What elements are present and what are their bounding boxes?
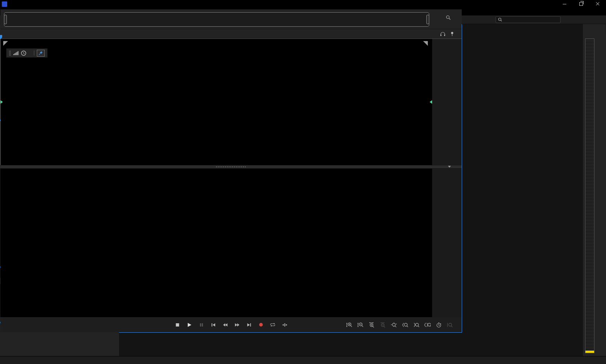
level-bars-icon <box>13 51 18 55</box>
zoom-in-vertical-icon <box>346 322 352 328</box>
pause-icon <box>199 323 203 327</box>
skip-selection-button[interactable] <box>281 321 288 328</box>
level-meter-scale <box>596 37 606 355</box>
editor-panel <box>0 0 462 333</box>
zoom-out-point-icon <box>413 322 420 328</box>
transport-bar <box>0 317 462 332</box>
zoom-navigator-icon[interactable] <box>446 15 451 20</box>
volume-hud[interactable] <box>6 48 48 58</box>
zoom-to-in-point-button[interactable] <box>402 321 408 328</box>
app-icon <box>2 1 7 7</box>
zoom-in-point-icon <box>402 322 408 328</box>
level-meter[interactable] <box>585 39 594 353</box>
levels-panel <box>583 24 606 356</box>
amplitude-ruler[interactable] <box>432 39 462 165</box>
search-help-box[interactable] <box>496 16 561 23</box>
zoom-selection-icon <box>424 322 431 328</box>
loop-icon <box>270 323 276 327</box>
zoom-to-selection-button[interactable] <box>424 321 431 328</box>
restore-icon <box>579 2 583 6</box>
zoom-in-time-button[interactable] <box>368 321 375 328</box>
move-to-previous-button[interactable] <box>210 321 216 328</box>
splitter-grip[interactable] <box>216 167 246 167</box>
status-bar <box>0 356 606 364</box>
pushpin-icon <box>39 51 43 55</box>
overview-navigator[interactable] <box>4 12 429 27</box>
overview-left-handle[interactable] <box>4 15 7 24</box>
splitter-caret-icon[interactable] <box>448 166 451 168</box>
zoom-out-vertical-icon <box>357 322 364 328</box>
spectrogram-canvas[interactable] <box>0 169 432 317</box>
pause-button[interactable] <box>198 321 205 328</box>
next-icon <box>247 323 251 327</box>
play-button[interactable] <box>186 321 193 328</box>
play-icon <box>187 323 192 327</box>
zoom-timer-button[interactable] <box>435 321 442 328</box>
rewind-button[interactable] <box>222 321 228 328</box>
zoom-reset-icon <box>391 322 397 328</box>
stop-icon <box>176 323 180 327</box>
previous-icon <box>211 323 215 327</box>
restore-button[interactable] <box>573 0 589 8</box>
zoom-to-out-point-button[interactable] <box>413 321 420 328</box>
zoom-in-horizontal-icon <box>369 322 375 328</box>
waveform-display[interactable] <box>0 39 432 165</box>
corner-handle-top-left[interactable] <box>3 41 8 46</box>
search-help-input[interactable] <box>504 17 549 22</box>
spectral-display[interactable] <box>0 169 432 317</box>
adobe-audition-window: { "titlebar": { "app_icon": "Au", "title… <box>0 0 606 364</box>
waveform-spectral-splitter[interactable] <box>0 165 462 169</box>
zoom-reset-button[interactable] <box>391 321 397 328</box>
zoom-disabled-icon <box>447 322 453 328</box>
zoom-out-amplitude-button[interactable] <box>357 321 364 328</box>
hud-pin-button[interactable] <box>37 50 45 57</box>
record-button[interactable] <box>258 321 264 328</box>
hud-grip[interactable] <box>9 50 11 56</box>
monitor-headphones-icon[interactable] <box>440 32 445 36</box>
pin-marker-icon[interactable] <box>451 32 454 36</box>
fast-forward-button[interactable] <box>234 321 240 328</box>
rewind-icon <box>223 323 228 327</box>
title-bar <box>0 0 606 8</box>
corner-handle-top-right[interactable] <box>423 41 428 46</box>
stop-button[interactable] <box>174 321 181 328</box>
timeline-ruler[interactable] <box>0 29 432 39</box>
fast-forward-icon <box>234 323 240 327</box>
minimize-icon <box>563 4 566 4</box>
zoom-out-time-button[interactable] <box>379 321 386 328</box>
zoom-out-horizontal-icon <box>380 322 386 328</box>
loop-playback-button[interactable] <box>269 321 276 328</box>
zoom-in-amplitude-button[interactable] <box>346 321 352 328</box>
stopwatch-icon <box>436 322 442 328</box>
overview-right-handle[interactable] <box>426 15 429 24</box>
close-icon <box>596 2 600 6</box>
minimize-button[interactable] <box>556 0 573 8</box>
search-icon <box>498 18 502 22</box>
close-button[interactable] <box>589 0 606 8</box>
move-to-next-button[interactable] <box>246 321 252 328</box>
frequency-ruler[interactable] <box>432 169 462 317</box>
level-meter-lit-segment <box>585 351 594 353</box>
zoom-disabled-button[interactable] <box>447 321 453 328</box>
waveform-canvas[interactable] <box>0 39 432 165</box>
record-icon <box>259 323 263 327</box>
clock-icon <box>21 50 26 56</box>
skip-selection-icon <box>282 323 287 327</box>
